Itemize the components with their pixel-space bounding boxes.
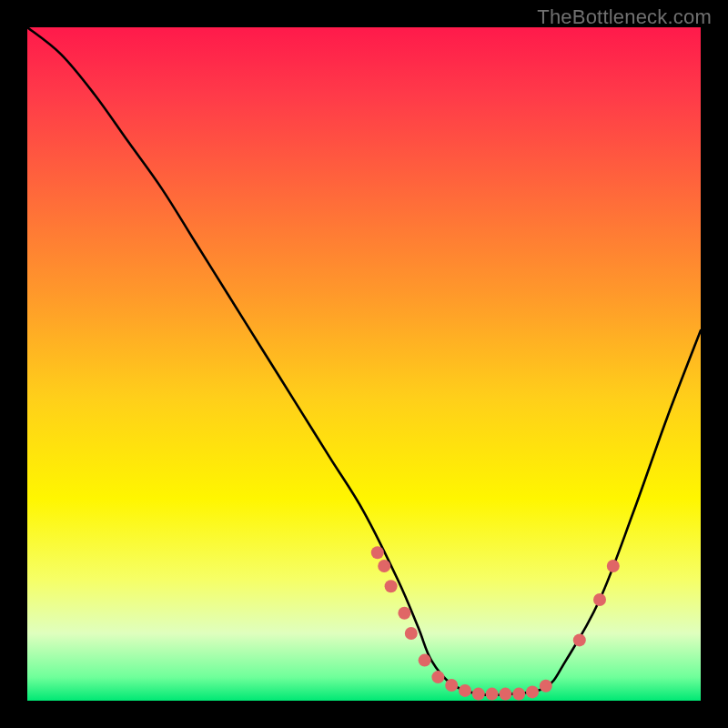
highlight-dot: [385, 580, 398, 592]
highlight-dot: [405, 627, 418, 640]
highlight-dot: [459, 684, 471, 697]
chart-container: TheBottleneck.com: [0, 0, 728, 728]
highlight-dot: [398, 607, 410, 620]
highlight-dot: [445, 679, 458, 692]
highlight-dot: [607, 560, 620, 572]
highlight-dot: [573, 633, 586, 646]
highlight-dot: [593, 593, 606, 606]
highlight-dot: [431, 671, 444, 683]
highlight-dot: [371, 546, 384, 559]
chart-svg: [27, 27, 701, 701]
highlight-dot: [472, 688, 485, 701]
plot-area: [27, 27, 701, 701]
watermark-text: TheBottleneck.com: [537, 5, 712, 29]
highlight-dot: [512, 688, 525, 701]
highlight-dot: [419, 654, 431, 667]
highlight-dot: [499, 688, 511, 701]
highlight-dot: [378, 560, 390, 572]
highlight-dot: [540, 680, 552, 693]
highlight-dot: [486, 688, 499, 701]
highlight-dot: [526, 685, 539, 698]
